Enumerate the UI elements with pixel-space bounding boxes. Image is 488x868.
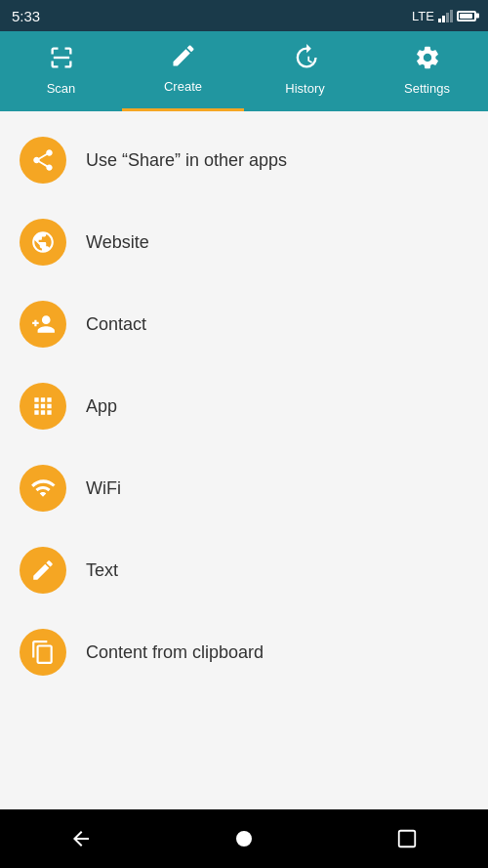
app-label: App <box>86 396 117 417</box>
contact-icon-circle <box>20 301 66 348</box>
contact-label: Contact <box>86 314 146 335</box>
tab-create[interactable]: Create <box>122 31 244 111</box>
menu-item-contact[interactable]: Contact <box>0 283 488 365</box>
status-bar: 5:33 LTE <box>0 0 488 31</box>
menu-item-clipboard[interactable]: Content from clipboard <box>0 611 488 693</box>
clipboard-icon-circle <box>20 629 66 676</box>
content-area: Use “Share” in other apps Website Contac… <box>0 111 488 809</box>
back-button[interactable] <box>61 819 101 858</box>
share-icon-circle <box>20 137 66 184</box>
nav-tabs: Scan Create History Settings <box>0 31 488 111</box>
home-button[interactable] <box>224 819 264 858</box>
text-icon-circle <box>20 547 66 594</box>
tab-scan-label: Scan <box>47 81 76 96</box>
battery-icon <box>457 11 476 21</box>
website-icon-circle <box>20 219 66 266</box>
tab-history-label: History <box>285 81 324 96</box>
status-time: 5:33 <box>12 8 40 24</box>
text-label: Text <box>86 560 118 581</box>
settings-icon <box>414 44 441 77</box>
tab-history[interactable]: History <box>244 31 366 111</box>
menu-item-text[interactable]: Text <box>0 529 488 611</box>
share-label: Use “Share” in other apps <box>86 150 287 171</box>
wifi-icon-circle <box>20 465 66 512</box>
bottom-navigation-bar <box>0 809 488 868</box>
history-icon <box>292 44 319 77</box>
scan-icon <box>48 44 75 77</box>
tab-settings-label: Settings <box>404 81 450 96</box>
tab-scan[interactable]: Scan <box>0 31 122 111</box>
wifi-label: WiFi <box>86 478 121 499</box>
signal-icon <box>438 9 453 22</box>
app-icon-circle <box>20 383 66 430</box>
lte-indicator: LTE <box>412 9 434 23</box>
svg-point-0 <box>236 831 252 847</box>
menu-item-app[interactable]: App <box>0 365 488 447</box>
menu-item-share[interactable]: Use “Share” in other apps <box>0 119 488 201</box>
create-icon <box>170 42 197 75</box>
clipboard-label: Content from clipboard <box>86 642 264 663</box>
tab-create-label: Create <box>164 79 202 94</box>
website-label: Website <box>86 232 149 253</box>
menu-item-wifi[interactable]: WiFi <box>0 447 488 529</box>
menu-item-website[interactable]: Website <box>0 201 488 283</box>
recents-button[interactable] <box>387 819 427 858</box>
tab-settings[interactable]: Settings <box>366 31 488 111</box>
status-icons: LTE <box>412 9 476 23</box>
svg-rect-1 <box>398 831 415 847</box>
